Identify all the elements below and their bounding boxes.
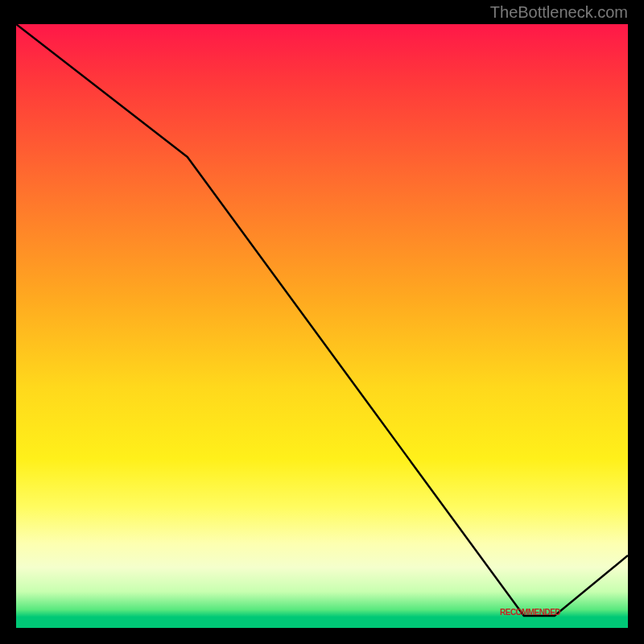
chart-frame: TheBottleneck.com RECOMMENDED — [0, 0, 644, 644]
watermark-text: TheBottleneck.com — [490, 3, 628, 22]
data-line — [16, 24, 628, 616]
line-chart-svg — [16, 24, 628, 628]
recommended-annotation: RECOMMENDED — [500, 608, 560, 617]
plot-area: RECOMMENDED — [16, 24, 628, 628]
